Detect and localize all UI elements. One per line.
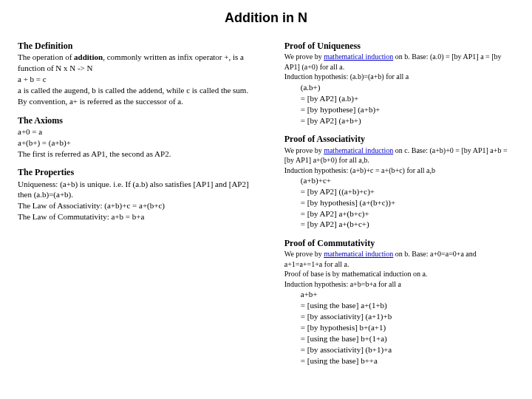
associativity-heading: Proof of Associativity — [284, 133, 514, 145]
properties-heading: The Properties — [18, 166, 259, 178]
definition-line: The operation of addition, commonly writ… — [18, 52, 259, 74]
commutativity-proof-base: Proof of base is by mathematical inducti… — [284, 269, 514, 279]
axioms-heading: The Axioms — [18, 115, 259, 126]
prop-associativity: The Law of Associativity: (a+b)+c = a+(b… — [18, 200, 259, 211]
mathematical-induction-link[interactable]: mathematical induction — [324, 250, 393, 258]
commutativity-base: We prove by mathematical induction on b.… — [284, 249, 514, 269]
commutativity-step: = [by hypothesis] b+(a+1) — [301, 322, 514, 333]
definition-heading: The Definition — [18, 40, 259, 52]
page-title: Addition in N — [18, 9, 514, 27]
commutativity-step: a+b+ — [301, 289, 514, 300]
uniqueness-step: = [by hypothese] (a+b)+ — [301, 104, 514, 115]
associativity-step: = [by hypothesis] (a+(b+c))+ — [301, 197, 514, 208]
definition-successor: By convention, a+ is referred as the suc… — [18, 96, 259, 107]
uniqueness-step: = [by AP2] (a+b+) — [301, 115, 514, 126]
associativity-ih: Induction hypothesis: (a+b)+c = a+(b+c) … — [284, 166, 514, 176]
right-column: Proof of Uniqueness We prove by mathemat… — [284, 35, 514, 366]
prop-commutativity: The Law of Commutativity: a+b = b+a — [18, 211, 259, 222]
associativity-step: (a+b)+c+ — [301, 175, 514, 186]
uniqueness-step: (a.b+) — [301, 82, 514, 93]
prop-uniqueness-2: then (a.b)=(a+b). — [18, 189, 259, 200]
prop-uniqueness: Uniqueness: (a+b) is unique. i.e. If (a.… — [18, 179, 259, 190]
commutativity-step: = [by associativity] (b+1)+a — [301, 344, 514, 355]
commutativity-step: = [using the base] b++a — [301, 355, 514, 366]
two-column-layout: The Definition The operation of addition… — [18, 35, 514, 366]
definition-terms: a is called the augend, b is called the … — [18, 85, 259, 96]
uniqueness-ih: Induction hypothesis: (a.b)=(a+b) for al… — [284, 72, 514, 82]
commutativity-step: = [using the base] b+(1+a) — [301, 333, 514, 344]
commutativity-heading: Proof of Commutativity — [284, 237, 514, 249]
uniqueness-base: We prove by mathematical induction on b.… — [284, 52, 514, 72]
axiom-names: The first is referred as AP1, the second… — [18, 149, 259, 160]
axiom-1: a+0 = a — [18, 126, 259, 137]
uniqueness-heading: Proof of Uniqueness — [284, 40, 514, 52]
mathematical-induction-link[interactable]: mathematical induction — [324, 52, 393, 61]
uniqueness-step: = [by AP2] (a.b)+ — [301, 93, 514, 104]
associativity-step: = [by AP2] ((a+b)+c)+ — [301, 186, 514, 197]
commutativity-step: = [using the base] a+(1+b) — [301, 300, 514, 311]
definition-eq: a + b = c — [18, 74, 259, 85]
axiom-2: a+(b+) = (a+b)+ — [18, 137, 259, 149]
mathematical-induction-link[interactable]: mathematical induction — [324, 146, 393, 154]
associativity-step: = [by AP2] a+(b+c)+ — [301, 208, 514, 219]
associativity-base: We prove by mathematical induction on c.… — [284, 146, 514, 166]
commutativity-ih: Induction hypothesis: a+b=b+a for all a — [284, 279, 514, 290]
left-column: The Definition The operation of addition… — [18, 35, 259, 366]
commutativity-step: = [by associativity] (a+1)+b — [301, 311, 514, 322]
associativity-step: = [by AP2] a+(b+c+) — [301, 219, 514, 230]
